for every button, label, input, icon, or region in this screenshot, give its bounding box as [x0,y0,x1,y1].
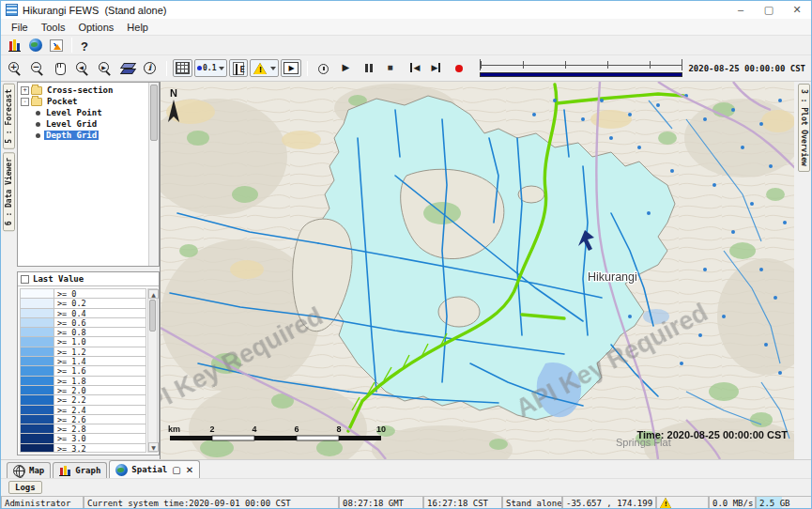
pan-hand-icon [53,61,68,76]
left-tab-strip: 5 : Forecast 6 : Data Viewer [1,82,17,459]
layers-button[interactable] [117,59,138,77]
legend-row: >= 0.8 [21,328,146,337]
tab-graph[interactable]: Graph [53,462,107,478]
skip-start-icon [406,61,421,76]
menu-item-options[interactable]: Options [71,21,120,34]
tree-scrollbar-thumb[interactable] [150,85,158,141]
status-cell: 08:27:18 GMT [339,497,423,509]
window-title: Hikurangi FEWS (Stand alone) [23,5,166,16]
tab-plot-overview[interactable]: 3 : Plot Overview [798,84,810,172]
svg-text:N: N [170,87,177,99]
legend-label: >= 2.4 [54,406,146,414]
skip-start-button[interactable] [404,59,424,77]
maximize-icon[interactable]: ▢ [172,465,180,475]
skip-end-button[interactable] [426,59,447,77]
svg-text:10: 10 [376,424,386,434]
close-button[interactable]: ✕ [783,1,811,19]
legend-scrollbar-thumb[interactable] [149,300,156,332]
scroll-down-icon[interactable]: ▼ [148,442,159,452]
zoom-out-icon [30,61,45,76]
tab-spatial[interactable]: Spatial▢✕ [109,460,200,478]
legend-row: >= 1.6 [21,366,146,376]
status-cell: 2.5 GB [756,497,812,509]
tree-item-level-grid[interactable]: Level Grid [18,118,148,130]
zoom-in-button[interactable] [5,59,25,77]
tab-data-viewer[interactable]: 6 : Data Viewer [3,152,15,231]
legend-row: >= 3.0 [21,434,146,443]
maximize-button[interactable]: ▢ [755,1,783,19]
movie-player-button[interactable] [281,59,301,77]
menu-item-tools[interactable]: Tools [35,21,72,34]
threshold-dropdown-button[interactable]: 0.1 [194,59,227,77]
last-value-checkbox[interactable] [21,275,29,284]
time-slider-track[interactable] [480,59,682,70]
close-icon[interactable]: ✕ [186,465,193,475]
globe-button[interactable] [26,37,45,54]
scalebar-toggle-button[interactable] [229,59,248,77]
scale-unit: km [168,424,180,434]
time-slider[interactable] [480,59,682,77]
zoom-previous-button[interactable] [72,59,93,77]
legend-swatch [21,386,54,394]
tab-map[interactable]: Map [7,462,51,478]
stop-button[interactable] [381,59,402,77]
map-time-label: Time: 2020-08-25 00:00:00 CST [636,429,788,440]
warning-icon [660,498,673,509]
svg-text:8: 8 [336,424,341,434]
legend-swatch [21,289,54,298]
tab-label: Spatial [131,465,167,474]
minimize-button[interactable]: – [727,1,755,19]
map-viewport[interactable]: API Key Required API Key Required Hikura… [160,82,794,459]
skip-end-icon [429,61,444,76]
map-canvas[interactable]: API Key Required API Key Required Hikura… [161,82,794,459]
pause-button[interactable] [359,59,379,77]
toolbar-map: 0.1 2020-08-25 00:00:00 CST [1,55,811,82]
legend-swatch [21,309,54,317]
tab-logs[interactable]: Logs [8,481,42,494]
menu-item-help[interactable]: Help [120,21,155,34]
help-button[interactable] [78,37,99,54]
legend-row: >= 1.4 [21,357,146,366]
title-bar: Hikurangi FEWS (Stand alone) – ▢ ✕ [1,1,811,19]
time-slider-range[interactable] [480,72,682,77]
tree-item-cross-section[interactable]: +Cross-section [18,85,148,96]
zoom-out-button[interactable] [27,59,48,77]
menu-item-file[interactable]: File [5,21,35,34]
tree-scrollbar[interactable] [148,83,159,266]
record-button[interactable] [449,59,469,77]
play-button[interactable] [336,59,357,77]
info-button[interactable] [140,59,161,77]
app-window: Hikurangi FEWS (Stand alone) – ▢ ✕ FileT… [0,0,812,509]
database-button[interactable] [5,37,24,54]
status-cell: 0.0 MB/s [709,497,756,509]
pan-hand-button[interactable] [50,59,70,77]
toolbar-main [1,36,811,55]
maximize-icon: ▢ [764,5,774,15]
pause-icon [361,61,376,76]
warning-dropdown-button[interactable] [250,59,279,77]
tree-item-depth-grid[interactable]: Depth Grid [18,130,148,141]
zoom-next-button[interactable] [95,59,115,77]
tree-item-level-point[interactable]: Level Point [18,107,148,118]
chevron-down-icon [270,67,276,73]
app-logo-icon [6,4,18,16]
scroll-up-icon[interactable]: ▲ [148,289,159,299]
tree-item-pocket[interactable]: -Pocket [18,96,148,107]
graph-display-button[interactable] [47,37,66,54]
folder-icon [31,86,42,95]
collapse-icon[interactable]: - [21,98,29,106]
grid-toggle-button[interactable] [173,59,192,77]
legend-swatch [21,357,54,365]
legend-row: >= 2.6 [21,415,146,424]
expand-icon[interactable]: + [21,86,29,95]
tab-forecast[interactable]: 5 : Forecast [3,84,15,149]
legend-label: >= 0.2 [54,299,146,307]
animation-settings-button[interactable] [314,59,334,77]
legend-row: >= 2.0 [21,386,146,395]
animation-settings-icon [316,61,331,76]
movie-player-icon [283,62,299,74]
legend-scrollbar[interactable]: ▲ ▼ [147,288,158,453]
database-icon [8,39,22,52]
layer-tree: +Cross-section-PocketLevel PointLevel Gr… [17,82,160,267]
legend-label: >= 2.0 [54,386,146,394]
